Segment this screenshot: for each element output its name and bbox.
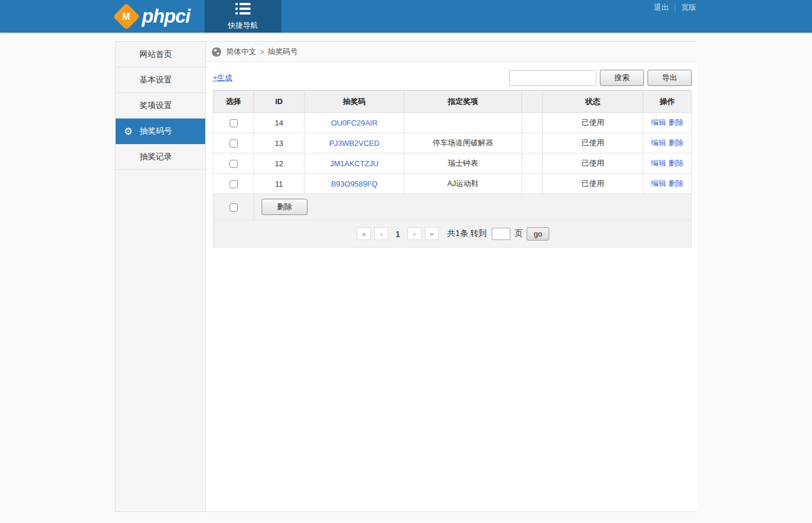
delete-link[interactable]: 删除 [668,118,684,127]
first-page-button[interactable]: « [357,227,371,240]
cell-status: 已使用 [543,113,643,133]
delete-link[interactable]: 删除 [668,138,684,147]
gear-icon: ⚙ [124,126,133,136]
sidebar-item-lottery-codes[interactable]: ⚙ 抽奖码号 [116,119,205,144]
pagination-total: 共1条 转到 [448,228,487,239]
cell-id: 13 [254,133,305,153]
next-page-button[interactable]: › [407,227,421,240]
go-button[interactable]: go [527,227,549,241]
search-group: 搜索 导出 [509,70,692,86]
breadcrumb-language[interactable]: 简体中文 [226,46,256,57]
col-prize: 指定奖项 [405,91,522,113]
search-button[interactable]: 搜索 [600,70,644,86]
cell-extra [522,133,543,153]
code-link[interactable]: PJ3WB2VCED [329,139,380,148]
header-links: 退出 宽版 [654,2,696,13]
table-row: 12 JM1AKCTZJU 瑞士钟表 已使用 编辑删除 [213,153,692,174]
codes-table: 选择 ID 抽奖码 指定奖项 状态 操作 14 OU0FC29AIR [213,90,692,248]
sidebar-item-lottery-records[interactable]: 抽奖记录 [116,144,205,170]
col-code: 抽奖码 [305,91,405,113]
generate-link[interactable]: +生成 [213,73,232,83]
table-row: 11 B93O9589FQ AJ运动鞋 已使用 编辑删除 [213,174,692,194]
quick-nav-label: 快捷导航 [228,20,258,31]
code-link[interactable]: OU0FC29AIR [331,119,377,127]
page-container: 网站首页 基本设置 奖项设置 ⚙ 抽奖码号 抽奖记录 简体中文 > 抽奖码号 [115,41,697,512]
pagination: « ‹ 1 › » 共1条 转到 页 go [213,227,691,241]
row-checkbox[interactable] [230,180,238,188]
code-link[interactable]: B93O9589FQ [331,180,377,188]
delete-link[interactable]: 删除 [668,179,684,188]
logo-mark: M [123,11,130,22]
cell-prize: AJ运动鞋 [405,174,522,194]
cell-prize: 停车场道闸破解器 [405,133,522,153]
search-input[interactable] [509,70,596,86]
delete-link[interactable]: 删除 [668,159,684,167]
sidebar-item-label: 网站首页 [139,49,172,60]
cell-extra [522,153,543,174]
quick-nav-button[interactable]: 快捷导航 [205,0,281,33]
top-header: M phpci 快捷导航 退出 宽版 [0,0,812,33]
cell-prize [405,113,522,133]
pagination-row: « ‹ 1 › » 共1条 转到 页 go [213,220,692,248]
cell-id: 11 [254,174,305,194]
sidebar-item-label: 抽奖记录 [139,152,172,162]
col-select: 选择 [213,91,254,113]
table-wrap: 选择 ID 抽奖码 指定奖项 状态 操作 14 OU0FC29AIR [206,90,697,255]
cell-status: 已使用 [543,174,643,194]
globe-icon [212,47,221,57]
col-id: ID [254,91,305,113]
cell-prize: 瑞士钟表 [405,153,522,174]
sidebar-item-label: 基本设置 [139,75,172,85]
bulk-delete-button[interactable]: 删除 [262,199,307,215]
export-button[interactable]: 导出 [648,70,692,86]
wide-version-link[interactable]: 宽版 [681,2,696,13]
sidebar: 网站首页 基本设置 奖项设置 ⚙ 抽奖码号 抽奖记录 [116,42,206,511]
page-unit-label: 页 [514,228,523,239]
bulk-action-row: 删除 [213,194,692,220]
cell-extra [522,174,543,194]
row-checkbox[interactable] [230,119,238,127]
cell-extra [522,113,543,133]
edit-link[interactable]: 编辑 [651,138,666,147]
prev-page-button[interactable]: ‹ [374,227,388,240]
sidebar-item-prize-settings[interactable]: 奖项设置 [116,93,205,119]
sidebar-item-label: 奖项设置 [139,101,172,111]
breadcrumb-current: 抽奖码号 [268,46,298,57]
row-checkbox[interactable] [230,139,238,148]
main-content: 简体中文 > 抽奖码号 +生成 搜索 导出 选择 ID [206,42,697,511]
select-all-checkbox[interactable] [230,203,238,212]
col-actions: 操作 [643,91,692,113]
current-page: 1 [395,229,400,239]
cell-id: 14 [254,113,305,133]
sidebar-item-home[interactable]: 网站首页 [116,42,205,67]
cell-status: 已使用 [543,133,643,153]
last-page-button[interactable]: » [425,227,439,240]
toolbar: +生成 搜索 导出 [206,62,697,90]
sidebar-item-basic-settings[interactable]: 基本设置 [116,67,205,93]
list-icon [234,2,252,17]
row-checkbox[interactable] [230,160,238,168]
table-row: 13 PJ3WB2VCED 停车场道闸破解器 已使用 编辑删除 [213,133,692,153]
col-status: 状态 [543,91,643,113]
links-divider [675,4,675,12]
cell-status: 已使用 [543,153,643,174]
sidebar-item-label: 抽奖码号 [139,126,172,137]
table-header-row: 选择 ID 抽奖码 指定奖项 状态 操作 [213,91,692,113]
logout-link[interactable]: 退出 [654,2,669,13]
logo-text: phpci [142,5,190,27]
edit-link[interactable]: 编辑 [651,179,666,188]
edit-link[interactable]: 编辑 [651,159,666,167]
edit-link[interactable]: 编辑 [651,118,666,127]
table-row: 14 OU0FC29AIR 已使用 编辑删除 [213,113,692,133]
logo-diamond-icon: M [113,3,140,30]
code-link[interactable]: JM1AKCTZJU [330,159,378,168]
breadcrumb: 简体中文 > 抽奖码号 [206,42,697,62]
page-number-input[interactable] [492,228,510,240]
cell-id: 12 [254,153,305,174]
col-extra [522,91,543,113]
logo[interactable]: M phpci [115,0,205,33]
breadcrumb-separator: > [260,48,264,56]
